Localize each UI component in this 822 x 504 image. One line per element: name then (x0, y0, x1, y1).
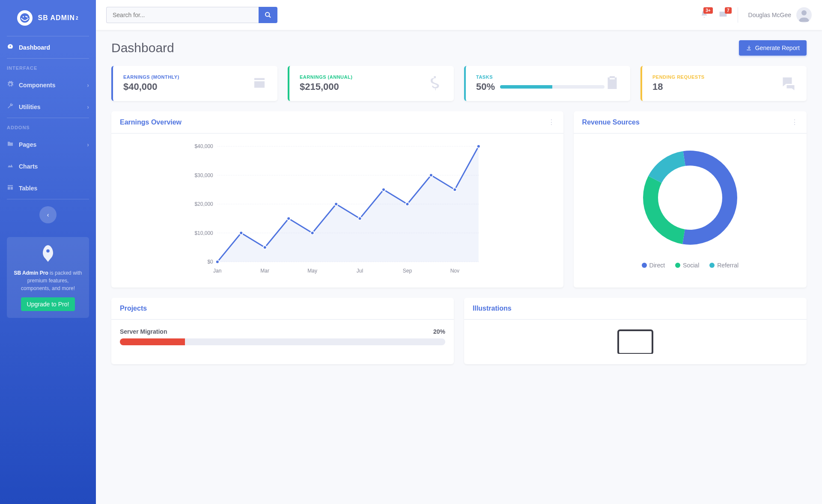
search-button[interactable] (259, 7, 277, 23)
stat-label: Pending Requests (652, 74, 781, 80)
sidebar-toggle-button[interactable]: ‹ (39, 206, 57, 223)
svg-point-28 (382, 188, 385, 191)
chart-legend: Direct Social Referral (642, 262, 739, 269)
search-input[interactable] (106, 7, 259, 23)
svg-point-1 (23, 16, 24, 18)
svg-point-24 (287, 217, 290, 220)
sidebar-item-utilities[interactable]: Utilities › (0, 96, 96, 118)
svg-point-23 (263, 246, 267, 249)
stat-label: Earnings (Monthly) (123, 74, 252, 80)
sidebar-heading-interface: Interface (0, 59, 96, 74)
svg-text:May: May (307, 268, 317, 274)
svg-point-21 (216, 260, 219, 264)
promo-text: SB Admin Pro is packed with premium feat… (14, 269, 82, 292)
sidebar-item-pages[interactable]: Pages › (0, 133, 96, 155)
card-title: Revenue Sources (582, 119, 640, 126)
card-menu-button[interactable]: ⋮ (791, 118, 798, 126)
stat-label: Earnings (Annual) (300, 74, 428, 80)
comments-icon (781, 75, 796, 92)
sidebar-item-charts[interactable]: Charts (0, 155, 96, 177)
search-icon (265, 12, 271, 18)
sidebar-heading-addons: Addons (0, 118, 96, 133)
revenue-donut-chart (634, 142, 746, 255)
download-icon (746, 45, 752, 51)
stat-card-monthly: Earnings (Monthly) $40,000 (111, 66, 277, 101)
upgrade-button[interactable]: Upgrade to Pro! (21, 297, 75, 311)
sidebar-label-charts: Charts (19, 163, 38, 170)
legend-item-social: Social (675, 262, 699, 269)
sidebar: SB ADMIN 2 Dashboard Interface Component… (0, 0, 96, 504)
svg-point-27 (358, 217, 362, 220)
card-title: Projects (120, 305, 147, 312)
messages-button[interactable]: 7 (719, 10, 727, 20)
svg-point-4 (801, 10, 807, 15)
avatar (796, 7, 812, 23)
chevron-right-icon: › (87, 104, 89, 110)
card-title: Illustrations (473, 305, 512, 312)
cog-icon (7, 81, 15, 89)
svg-text:$40,000: $40,000 (194, 143, 213, 149)
legend-item-direct: Direct (642, 262, 665, 269)
svg-text:$0: $0 (207, 259, 213, 265)
svg-text:$10,000: $10,000 (194, 230, 213, 236)
stat-card-annual: Earnings (Annual) $215,000 (288, 66, 454, 101)
stat-label: Tasks (476, 74, 605, 80)
svg-point-32 (477, 145, 480, 148)
legend-item-referral: Referral (709, 262, 739, 269)
calendar-icon (252, 75, 267, 92)
svg-point-3 (265, 12, 269, 16)
svg-point-31 (453, 188, 456, 191)
alerts-badge: 3+ (703, 7, 712, 14)
sidebar-label-pages: Pages (19, 141, 36, 148)
topbar-divider (738, 7, 738, 23)
sidebar-item-dashboard[interactable]: Dashboard (0, 36, 96, 58)
card-menu-button[interactable]: ⋮ (548, 118, 555, 126)
earnings-area-chart: $0$10,000$20,000$30,000$40,000JanMarMayJ… (120, 142, 555, 279)
svg-text:Mar: Mar (260, 268, 269, 274)
svg-text:Nov: Nov (450, 268, 459, 274)
svg-point-25 (311, 231, 314, 235)
tachometer-icon (7, 43, 15, 51)
project-label: Server Migration (120, 328, 167, 335)
svg-point-2 (46, 249, 50, 253)
sidebar-item-components[interactable]: Components › (0, 74, 96, 96)
table-icon (7, 184, 15, 192)
wrench-icon (7, 103, 15, 111)
stat-value: $40,000 (123, 81, 252, 92)
user-menu[interactable]: Douglas McGee (748, 7, 812, 23)
project-pct: 20% (433, 328, 445, 335)
user-name: Douglas McGee (748, 12, 791, 18)
svg-rect-33 (618, 330, 652, 354)
svg-point-22 (239, 231, 243, 235)
stat-value: $215,000 (300, 81, 428, 92)
illustration-image (593, 328, 678, 354)
report-button-label: Generate Report (755, 44, 800, 51)
svg-text:Jul: Jul (357, 268, 363, 274)
brand-sup: 2 (76, 16, 79, 21)
alerts-button[interactable]: 3+ (700, 10, 709, 20)
earnings-chart-card: Earnings Overview ⋮ $0$10,000$20,000$30,… (111, 111, 563, 288)
stat-card-pending: Pending Requests 18 (640, 66, 807, 101)
project-progress (120, 338, 445, 345)
chevron-right-icon: › (87, 82, 89, 89)
clipboard-icon (605, 75, 620, 92)
chart-area-icon (7, 162, 15, 170)
svg-point-30 (429, 174, 433, 177)
brand[interactable]: SB ADMIN 2 (0, 0, 96, 36)
sidebar-item-tables[interactable]: Tables (0, 177, 96, 199)
dollar-icon (428, 75, 444, 92)
illustrations-card: Illustrations (464, 298, 807, 364)
projects-card: Projects Server Migration 20% (111, 298, 454, 364)
revenue-chart-card: Revenue Sources ⋮ Direct Social Referral (574, 111, 807, 288)
generate-report-button[interactable]: Generate Report (739, 40, 807, 56)
brand-text: SB ADMIN (38, 14, 75, 22)
sidebar-promo-card: SB Admin Pro is packed with premium feat… (7, 237, 89, 318)
stat-card-tasks: Tasks 50% (464, 66, 630, 101)
tasks-progress (500, 85, 605, 89)
folder-icon (7, 140, 15, 148)
svg-point-29 (405, 202, 409, 206)
stat-value: 18 (652, 81, 781, 92)
chevron-left-icon: ‹ (47, 211, 49, 218)
sidebar-label-components: Components (19, 82, 56, 89)
sidebar-label-dashboard: Dashboard (19, 44, 50, 51)
